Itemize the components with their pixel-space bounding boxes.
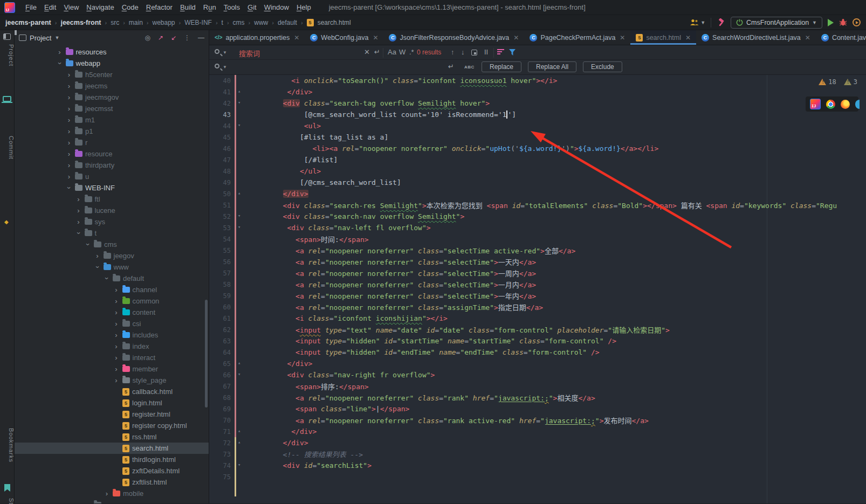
tree-item-u[interactable]: ›u (15, 171, 209, 182)
tree-item-r[interactable]: ›r (15, 137, 209, 148)
prev-occurrence-icon[interactable]: ↑ (451, 48, 455, 56)
tree-chevron-icon[interactable]: › (66, 139, 72, 147)
tree-item-lucene[interactable]: ›lucene (15, 205, 209, 216)
filter-results-icon[interactable] (497, 49, 504, 56)
search-input[interactable]: 搜索词 (239, 48, 260, 58)
code-editor[interactable]: 40<i onclick="toSearch()" class="iconfon… (209, 75, 866, 503)
newline-icon[interactable]: ↵ (448, 63, 454, 71)
close-icon[interactable]: ✕ (513, 34, 519, 42)
tree-chevron-icon[interactable]: › (113, 354, 120, 362)
replace-button[interactable]: Replace (482, 61, 521, 72)
tree-chevron-icon[interactable]: › (75, 195, 82, 203)
fold-marker-icon[interactable]: ▾ (238, 371, 240, 377)
tree-chevron-icon[interactable]: › (66, 127, 72, 135)
code-line-62[interactable]: 62<input type="text" name="date" id="dat… (209, 324, 866, 335)
marker-icon[interactable]: ◆ (4, 219, 9, 225)
tree-item-www[interactable]: ›www (15, 261, 209, 273)
code-line-47[interactable]: 47[/#list] (209, 154, 866, 165)
code-line-49[interactable]: 49[/@cms_search_word_list] (209, 177, 866, 188)
tree-item-jeegov[interactable]: ›jeegov (15, 250, 209, 261)
code-line-75[interactable]: 75 (209, 471, 866, 482)
tree-item-style_page[interactable]: ›style_page (15, 375, 209, 386)
more-options-icon[interactable]: ⋮ (184, 34, 190, 42)
code-line-56[interactable]: 56<a rel="noopener noreferrer" class="se… (209, 256, 866, 267)
laptop-icon[interactable] (3, 96, 11, 102)
fold-marker-icon[interactable]: ▾ (238, 213, 240, 218)
tree-item-jeecmsgov[interactable]: ›jeecmsgov (15, 92, 209, 103)
tree-chevron-icon[interactable]: › (113, 297, 120, 305)
breadcrumb-item[interactable]: search.html (318, 19, 351, 26)
project-tool-icon[interactable] (3, 33, 11, 40)
tree-item-interact[interactable]: ›interact (15, 352, 209, 363)
menu-build[interactable]: Build (176, 2, 200, 13)
tree-item-h5center[interactable]: ›h5center (15, 69, 209, 80)
locate-icon[interactable]: ◎ (145, 34, 150, 42)
tree-item-mobile[interactable]: ›mobile (15, 488, 209, 499)
menu-edit[interactable]: Edit (40, 2, 60, 13)
stripe-project[interactable]: Project (0, 44, 15, 66)
tree-chevron-icon[interactable]: › (113, 342, 120, 350)
tree-item-ftl[interactable]: ›ftl (15, 194, 209, 205)
tree-item-callback.html[interactable]: 5callback.html (15, 386, 209, 397)
code-line-63[interactable]: 63<input type="hidden" id="startTime" na… (209, 335, 866, 347)
tree-item-sys[interactable]: ›sys (15, 216, 209, 227)
collaborators-button[interactable]: ▼ (690, 19, 705, 26)
code-line-66[interactable]: 66▾<div class="nav-right fr overflow"> (209, 369, 866, 381)
code-line-41[interactable]: 41▴</div> (209, 86, 866, 98)
tree-item-jeecmsst[interactable]: ›jeecmsst (15, 103, 209, 114)
debug-button[interactable] (839, 18, 847, 26)
run-button[interactable] (828, 19, 834, 26)
fold-marker-icon[interactable]: ▴ (238, 190, 240, 196)
tree-item-member[interactable]: ›member (15, 363, 209, 375)
replace-all-button[interactable]: Replace All (528, 61, 576, 72)
tree-chevron-icon[interactable]: › (113, 286, 120, 294)
tree-chevron-icon[interactable]: › (113, 308, 120, 316)
tree-item-search.html[interactable]: 5search.html (15, 443, 209, 454)
tree-chevron-icon[interactable]: › (84, 241, 92, 248)
tree-chevron-icon[interactable]: › (56, 60, 64, 67)
tree-chevron-icon[interactable]: › (94, 252, 101, 260)
intellij-preview-icon[interactable] (810, 99, 821, 109)
preserve-case-toggle[interactable]: ABC (464, 65, 475, 70)
inspection-widget[interactable]: 18 3 (819, 78, 857, 86)
close-icon[interactable]: ✕ (685, 34, 691, 42)
tree-item-index[interactable]: ›index (15, 341, 209, 352)
tree-item-zxftlist.html[interactable]: 5zxftlist.html (15, 477, 209, 488)
tree-chevron-icon[interactable]: › (103, 275, 111, 282)
close-icon[interactable]: ✕ (373, 34, 378, 42)
breadcrumb-item[interactable]: WEB-INF (184, 19, 212, 26)
match-case-toggle[interactable]: Aa (388, 48, 396, 56)
tree-item-register copy.html[interactable]: 5register copy.html (15, 420, 209, 431)
tree-item-register.html[interactable]: 5register.html (15, 409, 209, 420)
stripe-structure[interactable]: Structure (0, 498, 15, 504)
code-line-42[interactable]: 42▾<div class="search-tag overflow Semil… (209, 98, 866, 109)
code-line-69[interactable]: 69<span class="line">|</span> (209, 403, 866, 415)
fold-marker-icon[interactable]: ▾ (238, 224, 240, 230)
breadcrumb-item[interactable]: jeecms-parent (5, 19, 51, 26)
code-line-55[interactable]: 55<a rel="noopener noreferrer" class="se… (209, 245, 866, 256)
menu-run[interactable]: Run (200, 2, 220, 13)
tree-item-cms[interactable]: ›cms (15, 239, 209, 250)
tree-item-login.html[interactable]: 5login.html (15, 397, 209, 409)
tab-search.html[interactable]: 5search.html✕ (630, 30, 696, 45)
breadcrumb-item[interactable]: main (129, 19, 143, 26)
tree-item-csi[interactable]: ›csi (15, 318, 209, 329)
tree-item-default[interactable]: ›default (15, 273, 209, 284)
expand-all-icon[interactable]: ↗ (158, 34, 163, 42)
code-line-60[interactable]: 60<a rel="noopener noreferrer" class="as… (209, 301, 866, 313)
stripe-commit[interactable]: Commit (0, 136, 15, 160)
code-line-46[interactable]: 46<li><a rel="noopener noreferrer" oncli… (209, 143, 866, 154)
tree-item-resource[interactable]: ›resource (15, 148, 209, 160)
tree-item-channel[interactable]: ›channel (15, 284, 209, 295)
tree-chevron-icon[interactable]: › (113, 320, 120, 328)
words-toggle[interactable]: W (399, 48, 405, 56)
bookmark-icon[interactable] (4, 484, 10, 492)
code-line-64[interactable]: 64<input type="hidden" id="endTime" name… (209, 347, 866, 358)
tab-application.properties[interactable]: </>application.properties✕ (209, 30, 305, 45)
tree-chevron-icon[interactable]: › (66, 161, 72, 169)
tree-chevron-icon[interactable]: › (93, 264, 101, 271)
code-line-43[interactable]: 43[@cms_search_word_list count='10' isRe… (209, 109, 866, 120)
close-icon[interactable]: ✕ (620, 34, 625, 42)
run-configuration-select[interactable]: CmsFrontApplication ▼ (731, 17, 822, 29)
tree-item-includes[interactable]: ›includes (15, 329, 209, 341)
